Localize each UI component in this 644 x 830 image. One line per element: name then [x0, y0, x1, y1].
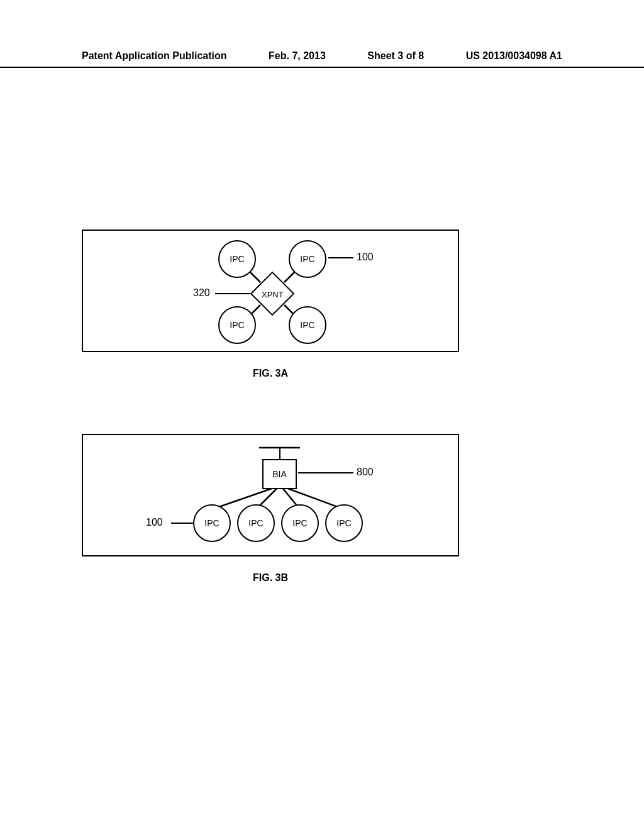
ipc-circle-bottom-left: IPC: [218, 306, 256, 344]
sheet-number: Sheet 3 of 8: [367, 50, 424, 62]
ref-100-label-3a: 100: [357, 252, 374, 263]
ipc-circle-top-right: IPC: [289, 240, 326, 278]
figure-3b-box: BIA IPC IPC IPC IPC 800 100: [82, 434, 459, 556]
pub-number: US 2013/0034098 A1: [466, 50, 562, 62]
ref-800-label: 800: [357, 467, 374, 478]
ref-320-label: 320: [193, 287, 210, 299]
ipc-circle-2: IPC: [237, 504, 275, 542]
fig-3b-caption: FIG. 3B: [82, 572, 459, 584]
ipc-circle-3: IPC: [281, 504, 319, 542]
pub-type: Patent Application Publication: [82, 50, 227, 62]
figure-3a-box: IPC IPC IPC IPC XPNT 320 100: [82, 230, 459, 352]
bia-box: BIA: [262, 459, 297, 489]
ipc-circle-bottom-right: IPC: [289, 306, 326, 344]
ref-100-label-3b: 100: [146, 517, 163, 528]
ipc-circle-4: IPC: [325, 504, 363, 542]
fig3b-connectors: [83, 435, 460, 558]
ipc-circle-top-left: IPC: [218, 240, 256, 278]
pub-date: Feb. 7, 2013: [269, 50, 326, 62]
fig-3a-caption: FIG. 3A: [82, 368, 459, 379]
page-header: Patent Application Publication Feb. 7, 2…: [0, 0, 644, 68]
ipc-circle-1: IPC: [193, 504, 231, 542]
